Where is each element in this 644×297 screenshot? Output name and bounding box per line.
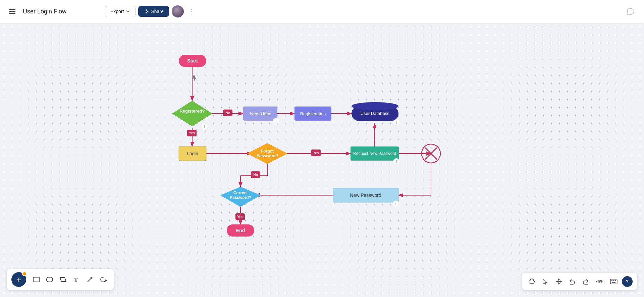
svg-text:End: End — [236, 228, 245, 233]
undo-button[interactable] — [567, 276, 578, 287]
keyboard-shortcuts-button[interactable] — [608, 276, 619, 287]
svg-text:Registeration: Registeration — [300, 111, 326, 116]
svg-point-3 — [146, 9, 147, 11]
arrow-icon — [86, 276, 94, 283]
svg-point-4 — [146, 12, 147, 13]
more-options-button[interactable]: ⋮ — [186, 6, 197, 17]
svg-rect-2 — [9, 13, 15, 14]
svg-marker-38 — [172, 101, 212, 126]
svg-marker-81 — [543, 279, 547, 285]
svg-line-6 — [146, 11, 148, 11]
arrow-tool-button[interactable] — [84, 273, 96, 286]
cloud-save-button[interactable] — [527, 276, 537, 287]
share-icon — [144, 9, 149, 14]
svg-text:T: T — [74, 277, 78, 283]
rounded-rect-icon — [46, 276, 53, 283]
keyboard-icon — [610, 279, 618, 284]
svg-rect-85 — [615, 280, 616, 281]
share-button[interactable]: Share — [138, 6, 169, 17]
svg-rect-0 — [9, 9, 15, 10]
svg-text:Yes: Yes — [237, 215, 243, 219]
parallelogram-icon — [59, 276, 67, 283]
zoom-level-text: 76% — [594, 279, 606, 284]
svg-text:i: i — [204, 125, 205, 129]
svg-marker-77 — [60, 278, 66, 282]
export-button[interactable]: Export — [105, 6, 136, 17]
svg-text:Yes: Yes — [189, 131, 195, 135]
cursor-icon — [542, 278, 548, 285]
svg-marker-74 — [192, 74, 197, 81]
svg-rect-76 — [47, 277, 53, 282]
bottom-right-toolbar: 76% ? — [522, 273, 637, 290]
svg-text:Yes: Yes — [313, 151, 319, 155]
svg-text:Forgot: Forgot — [261, 149, 274, 154]
text-icon: T — [73, 276, 80, 283]
chevron-down-icon — [126, 9, 130, 13]
svg-text:Password?: Password? — [257, 154, 278, 158]
svg-text:No: No — [225, 111, 230, 115]
svg-text:i: i — [276, 119, 276, 123]
svg-text:i: i — [396, 121, 397, 125]
svg-text:i: i — [395, 202, 396, 206]
canvas[interactable]: No Yes Yes No Yes Start Registered? i Lo… — [0, 23, 644, 297]
menu-button[interactable] — [5, 5, 19, 18]
help-button[interactable]: ? — [622, 276, 633, 287]
header: Export Share ⋮ — [0, 0, 644, 23]
avatar[interactable] — [172, 5, 184, 17]
menu-icon — [9, 8, 15, 15]
lasso-icon — [100, 276, 107, 283]
svg-line-7 — [146, 12, 148, 12]
select-tool-button[interactable] — [540, 276, 551, 287]
svg-text:Registered?: Registered? — [179, 109, 205, 114]
add-button[interactable]: + — [11, 272, 26, 287]
chat-icon — [626, 7, 635, 16]
text-tool-button[interactable]: T — [70, 273, 83, 286]
svg-text:New Password: New Password — [350, 193, 381, 198]
pan-tool-button[interactable] — [553, 276, 564, 287]
flowchart-svg: No Yes Yes No Yes Start Registered? i Lo… — [0, 23, 644, 297]
svg-point-51 — [352, 102, 398, 110]
undo-icon — [569, 279, 576, 285]
rectangle-tool-button[interactable] — [30, 273, 42, 286]
svg-text:New User: New User — [250, 111, 271, 116]
pan-icon — [555, 278, 562, 285]
diagram-title-input[interactable] — [23, 8, 101, 15]
chat-button[interactable] — [624, 5, 637, 18]
parallelogram-tool-button[interactable] — [57, 273, 69, 286]
redo-icon — [582, 279, 589, 285]
svg-text:i: i — [396, 160, 397, 164]
svg-text:No: No — [253, 173, 258, 177]
header-actions: Export Share ⋮ — [105, 5, 197, 17]
rectangle-icon — [33, 276, 40, 283]
bottom-toolbar: + T — [7, 269, 114, 290]
svg-text:Request New Password: Request New Password — [353, 151, 396, 156]
svg-rect-1 — [9, 11, 15, 12]
svg-rect-84 — [613, 280, 614, 281]
svg-rect-75 — [33, 277, 39, 282]
lasso-tool-button[interactable] — [97, 273, 109, 286]
redo-button[interactable] — [580, 276, 591, 287]
svg-rect-83 — [611, 280, 612, 281]
rounded-rect-tool-button[interactable] — [44, 273, 56, 286]
svg-rect-82 — [610, 279, 617, 284]
cloud-icon — [528, 279, 536, 285]
svg-text:User Database: User Database — [361, 111, 390, 116]
add-button-badge — [22, 271, 27, 276]
svg-text:Login: Login — [187, 151, 198, 156]
svg-text:Correct: Correct — [233, 190, 248, 195]
svg-rect-86 — [612, 282, 615, 283]
svg-text:Password?: Password? — [230, 195, 251, 200]
svg-text:Start: Start — [187, 58, 198, 63]
